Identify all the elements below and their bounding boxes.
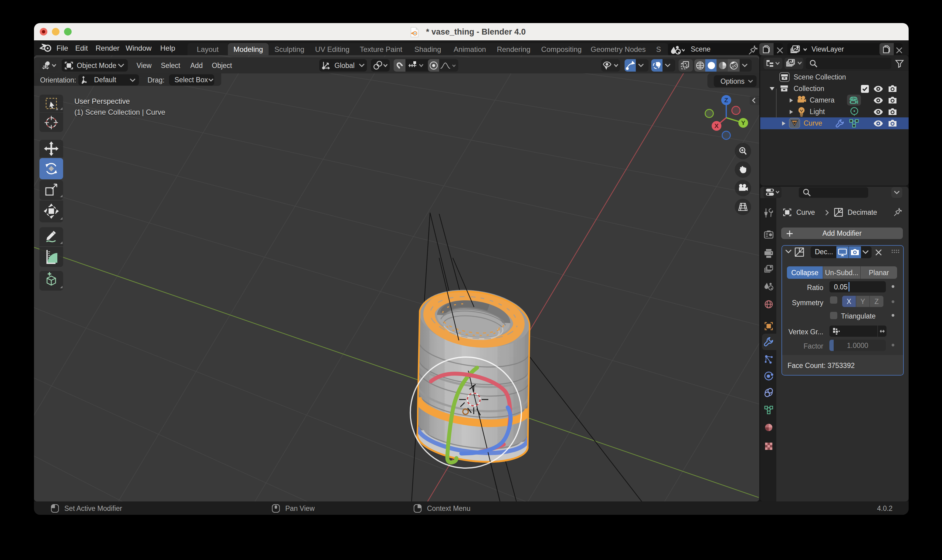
svg-text:Y: Y — [741, 119, 745, 126]
svg-text:Z: Z — [724, 97, 728, 103]
svg-text:X: X — [714, 122, 719, 129]
